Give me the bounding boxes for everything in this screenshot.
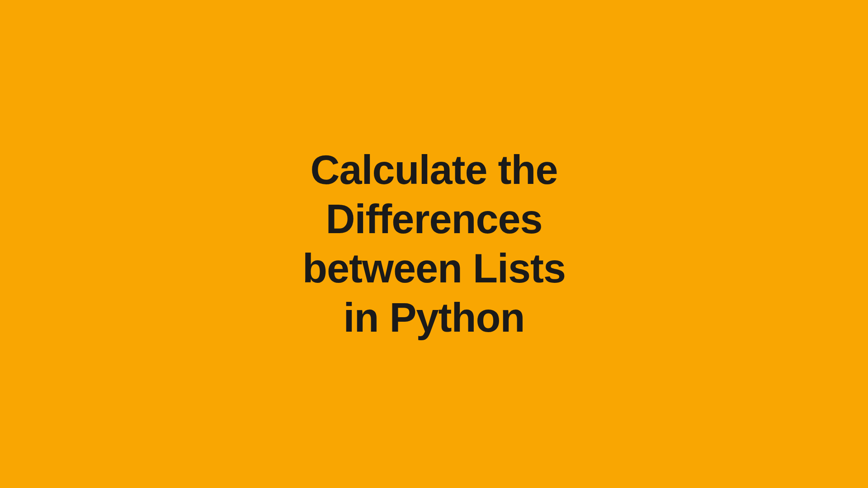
title-line-1: Calculate the xyxy=(310,147,557,192)
title-line-2: Differences xyxy=(326,197,542,242)
title-line-3: between Lists xyxy=(302,246,566,291)
main-title: Calculate the Differences between Lists … xyxy=(302,145,566,343)
title-line-4: in Python xyxy=(344,295,525,340)
